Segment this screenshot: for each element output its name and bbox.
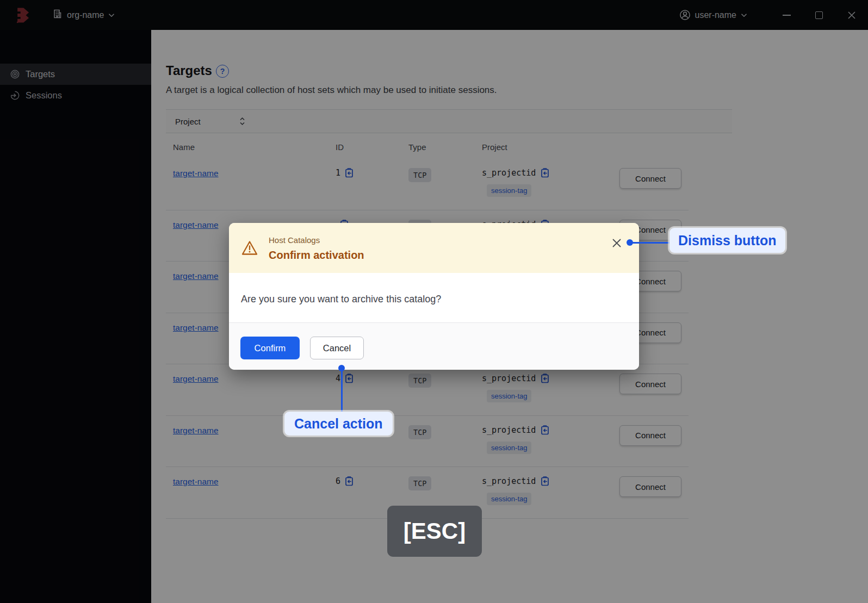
confirm-modal: Host Catalogs Confirm activation Are you… — [229, 223, 639, 370]
modal-header: Host Catalogs Confirm activation — [229, 223, 639, 273]
dismiss-callout-line — [630, 242, 671, 244]
confirm-button[interactable]: Confirm — [240, 337, 300, 359]
close-icon — [611, 238, 622, 248]
esc-key-indicator: [ESC] — [387, 506, 482, 557]
modal-context: Host Catalogs — [269, 235, 320, 245]
dismiss-callout-label: Dismiss button — [669, 228, 785, 253]
modal-message: Are you sure you want to archive this ca… — [241, 294, 441, 305]
modal-footer: Confirm Cancel — [229, 322, 639, 370]
modal-body: Are you sure you want to archive this ca… — [229, 273, 639, 322]
warning-triangle-icon — [241, 240, 258, 258]
modal-title: Confirm activation — [269, 249, 364, 262]
app-window: org-name user-name — [0, 0, 868, 603]
cancel-button[interactable]: Cancel — [310, 337, 364, 359]
cancel-callout-label: Cancel action — [284, 412, 393, 436]
cancel-callout-line — [341, 370, 343, 413]
modal-dismiss-button[interactable] — [611, 238, 622, 248]
